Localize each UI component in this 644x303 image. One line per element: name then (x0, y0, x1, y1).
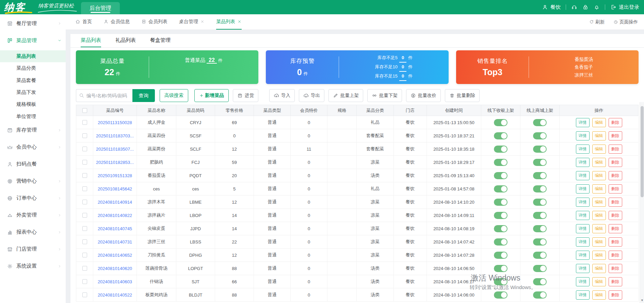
dish-id-link[interactable]: 20250110183507... (96, 147, 134, 152)
row-checkbox[interactable] (82, 266, 87, 271)
row-checkbox[interactable] (82, 147, 87, 151)
edit-button[interactable]: 编辑 (592, 131, 606, 140)
导出-button[interactable]: 导出 (299, 89, 324, 102)
edit-button[interactable]: 编辑 (592, 158, 606, 167)
mall-toggle[interactable] (533, 291, 547, 299)
edit-button[interactable]: 编辑 (592, 237, 606, 247)
delete-button[interactable]: 删除 (609, 251, 622, 260)
sidebar-subitem-菜品列表[interactable]: 菜品列表 (0, 50, 66, 62)
scrollbar-thumb[interactable] (641, 106, 644, 197)
row-checkbox[interactable] (82, 292, 87, 297)
mall-toggle[interactable] (533, 225, 547, 232)
breadcrumb-item-会员信息[interactable]: 会员信息 (103, 14, 130, 30)
mall-toggle[interactable] (533, 159, 547, 166)
detail-button[interactable]: 详情 (576, 131, 590, 140)
current-user[interactable]: 餐饮 (542, 4, 561, 11)
mall-toggle[interactable] (533, 119, 547, 126)
row-checkbox[interactable] (82, 253, 87, 257)
sidebar-item-库存管理[interactable]: 库存管理 (0, 124, 66, 137)
sidebar-subitem-菜品套餐[interactable]: 菜品套餐 (0, 74, 66, 86)
sidebar-subitem-菜品分类[interactable]: 菜品分类 (0, 62, 66, 74)
lock-icon[interactable] (582, 4, 589, 10)
row-checkbox[interactable] (82, 133, 87, 138)
sidebar-item-扫码点餐[interactable]: 扫码点餐 (0, 158, 66, 171)
edit-button[interactable]: 编辑 (592, 118, 606, 127)
pos-toggle[interactable] (494, 238, 508, 246)
edit-button[interactable]: 编辑 (592, 145, 606, 154)
edit-button[interactable]: 编辑 (592, 184, 606, 193)
dish-id-link[interactable]: 20240810140745 (98, 226, 132, 231)
add-dish-button[interactable]: 新增菜品 (194, 89, 229, 102)
scrollbar-down-arrow[interactable]: ▼ (640, 299, 644, 302)
breadcrumb-item-菜品列表[interactable]: 菜品列表 (216, 14, 242, 30)
row-checkbox[interactable] (82, 120, 87, 125)
detail-button[interactable]: 详情 (576, 211, 590, 220)
delete-button[interactable]: 删除 (609, 118, 622, 127)
edit-button[interactable]: 编辑 (592, 211, 606, 220)
delete-button[interactable]: 删除 (609, 198, 622, 207)
mall-toggle[interactable] (533, 172, 547, 179)
dish-id-link[interactable]: 20240810140603 (98, 279, 132, 284)
row-checkbox[interactable] (82, 173, 87, 178)
sidebar-item-外卖管理[interactable]: 外卖管理 (0, 209, 66, 222)
detail-button[interactable]: 详情 (576, 251, 590, 260)
mall-toggle[interactable] (533, 265, 547, 272)
mall-toggle[interactable] (533, 252, 547, 259)
sidebar-subitem-单位管理[interactable]: 单位管理 (0, 110, 66, 122)
sidebar-item-餐厅管理[interactable]: 餐厅管理 (0, 17, 66, 30)
stock-line-value[interactable]: 0 (399, 53, 406, 63)
detail-button[interactable]: 详情 (576, 171, 590, 180)
row-checkbox[interactable] (82, 279, 87, 284)
breadcrumb-item-桌台管理[interactable]: 桌台管理 (179, 14, 205, 30)
delete-button[interactable]: 删除 (609, 264, 622, 273)
vertical-scrollbar[interactable]: ▼ (640, 102, 644, 303)
dish-id-link[interactable]: 20250108145642 (98, 186, 132, 191)
tab-菜品列表[interactable]: 菜品列表 (81, 34, 101, 47)
mall-toggle[interactable] (533, 278, 547, 285)
logout-button[interactable]: 退出登录 (610, 4, 639, 11)
row-checkbox[interactable] (82, 160, 87, 165)
dish-id-link[interactable]: 20240810140620 (98, 266, 132, 271)
pos-toggle[interactable] (494, 278, 508, 285)
mall-toggle[interactable] (533, 238, 547, 246)
detail-button[interactable]: 详情 (576, 158, 590, 167)
sidebar-item-营销中心[interactable]: 营销中心 (0, 175, 66, 188)
pos-toggle[interactable] (494, 185, 508, 192)
edit-button[interactable]: 编辑 (592, 277, 606, 286)
pos-toggle[interactable] (494, 159, 508, 166)
detail-button[interactable]: 详情 (576, 184, 590, 193)
dish-id-link[interactable]: 20250110182853... (96, 160, 134, 165)
row-checkbox[interactable] (82, 186, 87, 191)
row-checkbox[interactable] (82, 200, 87, 204)
delete-button[interactable]: 删除 (609, 224, 622, 233)
normal-dish-count[interactable]: 22 (207, 57, 217, 64)
stock-line-value[interactable]: 0 (399, 72, 406, 81)
pos-toggle[interactable] (494, 199, 508, 206)
pos-toggle[interactable] (494, 212, 508, 219)
close-icon[interactable] (237, 19, 242, 24)
dish-id-link[interactable]: 20250113150028 (98, 120, 132, 125)
edit-button[interactable]: 编辑 (592, 171, 606, 180)
mall-toggle[interactable] (533, 212, 547, 219)
tab-餐盒管理[interactable]: 餐盒管理 (150, 34, 171, 47)
pos-toggle[interactable] (494, 172, 508, 179)
refresh-button[interactable]: 刷新 (589, 19, 605, 25)
detail-button[interactable]: 详情 (576, 290, 590, 300)
row-checkbox[interactable] (82, 226, 87, 231)
delete-button[interactable]: 删除 (609, 158, 622, 167)
dish-id-link[interactable]: 20240810140914 (98, 200, 132, 205)
detail-button[interactable]: 详情 (576, 237, 590, 247)
pos-toggle[interactable] (494, 252, 508, 259)
mall-toggle[interactable] (533, 185, 547, 192)
edit-button[interactable]: 编辑 (592, 290, 606, 300)
select-all-checkbox[interactable] (82, 108, 87, 113)
批量改价-button[interactable]: 批量改价 (406, 89, 441, 102)
support-icon[interactable] (571, 4, 577, 10)
批量上架-button[interactable]: 批量上架 (328, 89, 363, 102)
sidebar-subitem-规格模板[interactable]: 规格模板 (0, 98, 66, 110)
delete-button[interactable]: 删除 (609, 171, 622, 180)
detail-button[interactable]: 详情 (576, 145, 590, 154)
detail-button[interactable]: 详情 (576, 118, 590, 127)
pos-toggle[interactable] (494, 225, 508, 232)
nav-tab-backend[interactable]: 后台管理 (81, 2, 120, 14)
